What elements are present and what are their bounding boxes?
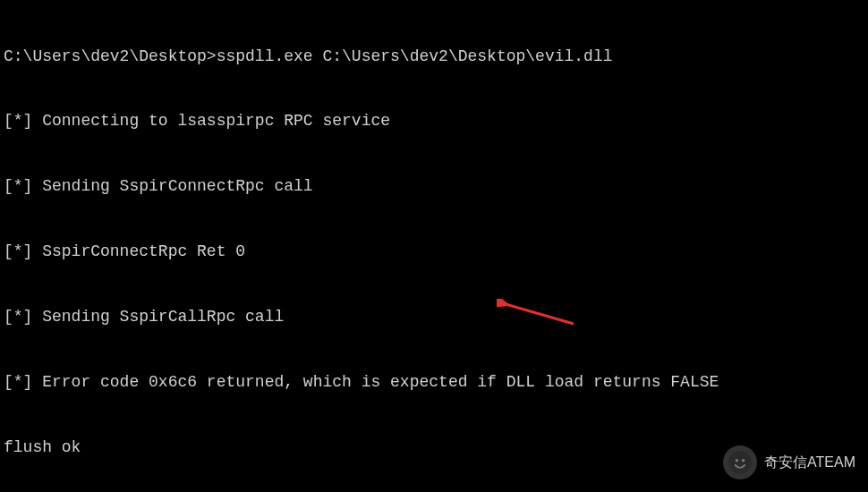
watermark-text: 奇安信ATEAM — [764, 453, 855, 472]
watermark-avatar-icon — [723, 445, 757, 479]
output-line: [*] Connecting to lsasspirpc RPC service — [4, 110, 864, 131]
output-line: [*] Error code 0x6c6 returned, which is … — [4, 371, 864, 393]
prompt-1: C:\Users\dev2\Desktop> — [4, 47, 217, 65]
cmd-1: sspdll.exe C:\Users\dev2\Desktop\evil.dl… — [217, 47, 613, 65]
output-line: [*] Sending SspirCallRpc call — [4, 306, 864, 327]
svg-point-2 — [728, 451, 752, 474]
terminal-window[interactable]: C:\Users\dev2\Desktop>sspdll.exe C:\User… — [0, 0, 868, 492]
output-line: [*] SspirConnectRpc Ret 0 — [4, 241, 864, 262]
svg-point-4 — [742, 459, 745, 462]
output-line: [*] Sending SspirConnectRpc call — [4, 175, 864, 197]
command-line-1: C:\Users\dev2\Desktop>sspdll.exe C:\User… — [4, 46, 864, 67]
svg-point-3 — [736, 459, 739, 462]
watermark: 奇安信ATEAM — [723, 445, 855, 479]
